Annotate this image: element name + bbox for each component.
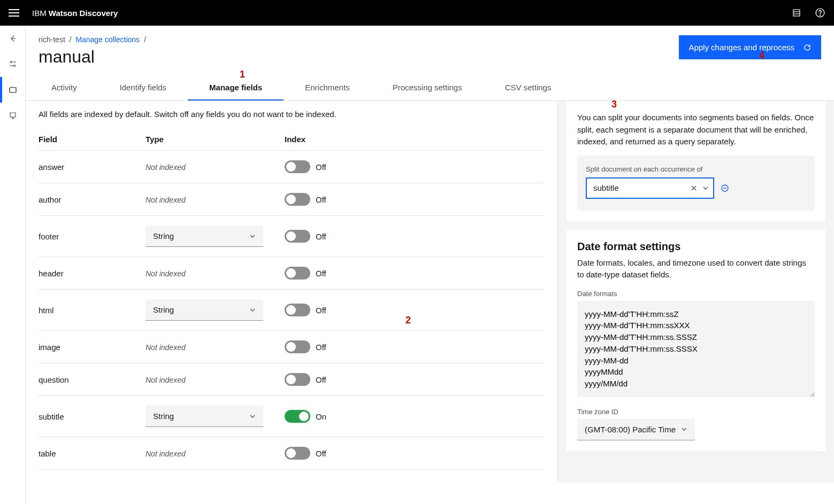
date-format-title: Date format settings [577, 241, 815, 253]
table-row: imageNot indexedOff [39, 331, 545, 363]
toggle-label: Off [316, 269, 326, 278]
chevron-down-icon [249, 413, 256, 420]
main: rich-test / Manage collections / manual … [26, 26, 834, 504]
topbar: IBM Watson Discovery [0, 0, 834, 26]
col-field: Field [39, 135, 146, 144]
index-toggle[interactable] [285, 410, 310, 423]
toggle-label: Off [316, 306, 326, 315]
side-rail [0, 26, 26, 504]
field-name: subtitle [39, 412, 146, 421]
table-row: footerStringOff [39, 216, 545, 257]
index-toggle[interactable] [285, 230, 310, 243]
brand: IBM Watson Discovery [32, 9, 118, 18]
index-toggle[interactable] [285, 160, 310, 173]
breadcrumb-link[interactable]: Manage collections [75, 35, 140, 44]
field-name: footer [39, 232, 146, 241]
tab-manage-fields[interactable]: Manage fields [188, 75, 284, 100]
index-toggle[interactable] [285, 193, 310, 206]
date-formats-input[interactable] [577, 301, 815, 397]
rail-settings-icon[interactable] [0, 51, 26, 77]
tab-processing-settings[interactable]: Processing settings [371, 75, 484, 100]
toggle-label: Off [316, 162, 326, 172]
chevron-down-icon [249, 233, 256, 239]
chevron-down-icon[interactable] [702, 185, 709, 191]
timezone-select[interactable]: (GMT-08:00) Pacific Time [577, 419, 695, 440]
brand-name: Watson Discovery [49, 9, 118, 18]
remove-split-icon[interactable] [721, 184, 729, 192]
apply-button[interactable]: Apply changes and reprocess [679, 35, 821, 59]
fields-table: Field Type Index answerNot indexedOffaut… [39, 128, 545, 470]
tab-csv-settings[interactable]: CSV settings [484, 75, 573, 100]
toggle-label: Off [316, 232, 326, 241]
field-name: header [39, 269, 146, 278]
type-value: String [153, 305, 174, 314]
col-index: Index [285, 135, 545, 144]
brand-prefix: IBM [32, 9, 49, 18]
split-label: Split document on each occurrence of [586, 165, 806, 173]
timezone-label: Time zone ID [577, 408, 815, 416]
date-format-desc: Date formats, locales, and timezone used… [577, 257, 815, 281]
field-name: image [39, 343, 146, 352]
close-icon[interactable] [691, 185, 697, 191]
split-select-value: subtitle [593, 183, 619, 192]
field-name: html [39, 306, 146, 315]
fields-hint: All fields are indexed by default. Switc… [39, 110, 545, 119]
table-row: htmlStringOff [39, 290, 545, 331]
toggle-label: Off [316, 375, 326, 384]
tab-activity[interactable]: Activity [30, 75, 98, 100]
toggle-label: Off [316, 449, 326, 458]
type-value: String [153, 412, 174, 421]
svg-point-12 [12, 118, 13, 119]
table-row: authorNot indexedOff [39, 183, 545, 216]
not-indexed-label: Not indexed [146, 269, 186, 278]
tab-enrichments[interactable]: Enrichments [284, 75, 371, 100]
index-toggle[interactable] [285, 373, 310, 386]
col-type: Type [146, 135, 285, 144]
date-formats-label: Date formats [577, 290, 815, 298]
menu-icon[interactable] [9, 9, 19, 17]
split-select[interactable]: subtitle [586, 177, 714, 199]
rail-collections-icon[interactable] [0, 77, 26, 103]
tabs: Activity Identify fields Manage fields E… [26, 75, 834, 101]
type-select[interactable]: String [146, 299, 263, 321]
toggle-label: On [316, 412, 326, 421]
toggle-label: Off [316, 343, 326, 352]
table-row: tableNot indexedOff [39, 437, 545, 470]
toggle-label: Off [316, 195, 326, 204]
apply-button-label: Apply changes and reprocess [688, 43, 794, 52]
table-row: questionNot indexedOff [39, 363, 545, 396]
help-icon[interactable] [815, 7, 825, 18]
type-select[interactable]: String [146, 406, 263, 427]
split-description: You can split your documents into segmen… [577, 112, 815, 148]
breadcrumb-project: rich-test [39, 35, 65, 44]
index-toggle[interactable] [285, 447, 310, 460]
page-title: manual [39, 47, 146, 67]
not-indexed-label: Not indexed [146, 376, 186, 384]
index-toggle[interactable] [285, 267, 310, 280]
svg-rect-0 [793, 10, 800, 16]
tab-identify-fields[interactable]: Identify fields [98, 75, 188, 100]
table-row: subtitleStringOn [39, 396, 545, 437]
svg-point-6 [10, 61, 12, 63]
breadcrumb: rich-test / Manage collections / [39, 35, 146, 44]
index-toggle[interactable] [285, 340, 310, 353]
index-toggle[interactable] [285, 304, 310, 316]
svg-point-4 [820, 15, 820, 15]
not-indexed-label: Not indexed [146, 196, 186, 204]
timezone-value: (GMT-08:00) Pacific Time [585, 425, 676, 434]
annotation-3: 3 [611, 99, 617, 110]
rail-collapse-icon[interactable] [0, 26, 26, 51]
type-select[interactable]: String [146, 226, 263, 247]
table-row: answerNot indexedOff [39, 151, 545, 183]
fields-panel: All fields are indexed by default. Switc… [26, 101, 558, 483]
svg-point-9 [13, 65, 15, 67]
chevron-down-icon [249, 307, 256, 313]
not-indexed-label: Not indexed [146, 163, 186, 172]
type-value: String [153, 231, 174, 241]
field-name: author [39, 195, 146, 204]
rail-deploy-icon[interactable] [0, 103, 26, 128]
data-icon[interactable] [791, 7, 802, 18]
not-indexed-label: Not indexed [146, 343, 186, 352]
not-indexed-label: Not indexed [146, 449, 186, 458]
field-name: table [39, 449, 146, 458]
